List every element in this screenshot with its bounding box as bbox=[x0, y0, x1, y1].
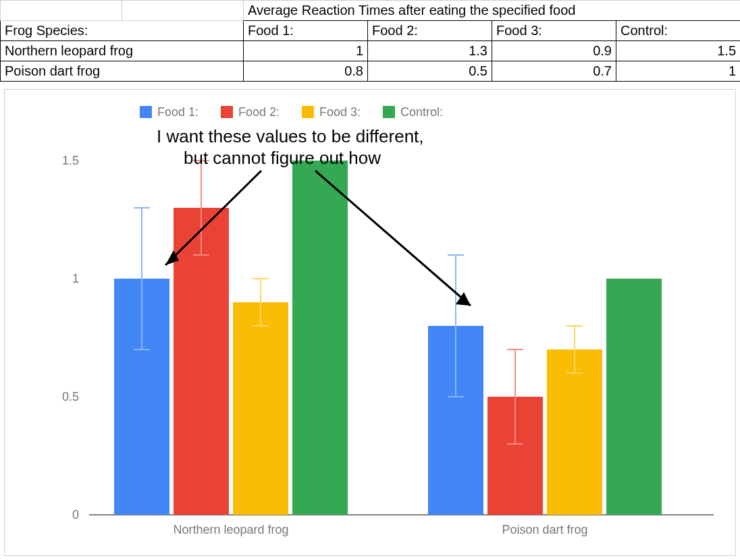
table-row: Northern leopard frog 1 1.3 0.9 1.5 bbox=[1, 41, 741, 61]
annotation-line1: I want these values to be different, bbox=[157, 126, 424, 146]
col-header-food1[interactable]: Food 1: bbox=[244, 21, 368, 41]
legend-swatch-food2 bbox=[221, 106, 233, 118]
bars-group bbox=[114, 161, 662, 515]
table-row: Average Reaction Times after eating the … bbox=[1, 1, 741, 21]
legend-label-food3: Food 3: bbox=[319, 105, 361, 119]
s2f2-cell[interactable]: 0.5 bbox=[368, 61, 492, 82]
table-row: Frog Species: Food 1: Food 2: Food 3: Co… bbox=[1, 21, 741, 41]
ytick-05: 0.5 bbox=[62, 390, 79, 403]
bar bbox=[292, 161, 348, 515]
annotation-line2: but cannot figure out how bbox=[184, 148, 381, 168]
row-label-cell[interactable]: Frog Species: bbox=[1, 21, 244, 41]
blank-cell[interactable] bbox=[122, 1, 244, 21]
table-title-cell[interactable]: Average Reaction Times after eating the … bbox=[244, 1, 741, 21]
species2-cell[interactable]: Poison dart frog bbox=[1, 61, 244, 82]
table-row: Poison dart frog 0.8 0.5 0.7 1 bbox=[1, 61, 741, 82]
s1f3-cell[interactable]: 0.9 bbox=[492, 41, 616, 61]
col-header-food2[interactable]: Food 2: bbox=[368, 21, 492, 41]
legend-label-food2: Food 2: bbox=[238, 105, 280, 119]
s2f3-cell[interactable]: 0.7 bbox=[492, 61, 616, 82]
ytick-15: 1.5 bbox=[62, 154, 79, 167]
chart-container[interactable]: Food 1: Food 2: Food 3: Control: 0 0.5 1… bbox=[4, 89, 736, 556]
bar bbox=[233, 302, 288, 515]
col-header-food3[interactable]: Food 3: bbox=[492, 21, 616, 41]
legend: Food 1: Food 2: Food 3: Control: bbox=[140, 105, 443, 119]
col-header-control[interactable]: Control: bbox=[616, 21, 741, 41]
xcat-1: Northern leopard frog bbox=[173, 523, 288, 536]
legend-swatch-control bbox=[383, 106, 395, 118]
s1f1-cell[interactable]: 1 bbox=[244, 41, 368, 61]
s2f1-cell[interactable]: 0.8 bbox=[244, 61, 368, 82]
ytick-0: 0 bbox=[72, 508, 79, 522]
s1c-cell[interactable]: 1.5 bbox=[616, 41, 741, 61]
s1f2-cell[interactable]: 1.3 bbox=[368, 41, 492, 61]
legend-label-control: Control: bbox=[400, 105, 443, 119]
bar-chart: Food 1: Food 2: Food 3: Control: 0 0.5 1… bbox=[5, 90, 735, 555]
data-table: Average Reaction Times after eating the … bbox=[0, 0, 740, 82]
legend-label-food1: Food 1: bbox=[157, 105, 199, 119]
xcat-2: Poison dart frog bbox=[502, 523, 587, 536]
species1-cell[interactable]: Northern leopard frog bbox=[1, 41, 244, 61]
bar bbox=[606, 279, 662, 515]
s2c-cell[interactable]: 1 bbox=[616, 61, 741, 82]
legend-swatch-food1 bbox=[140, 106, 152, 118]
bar bbox=[547, 349, 602, 515]
legend-swatch-food3 bbox=[302, 106, 314, 118]
ytick-1: 1 bbox=[72, 272, 79, 285]
blank-cell[interactable] bbox=[1, 1, 122, 21]
